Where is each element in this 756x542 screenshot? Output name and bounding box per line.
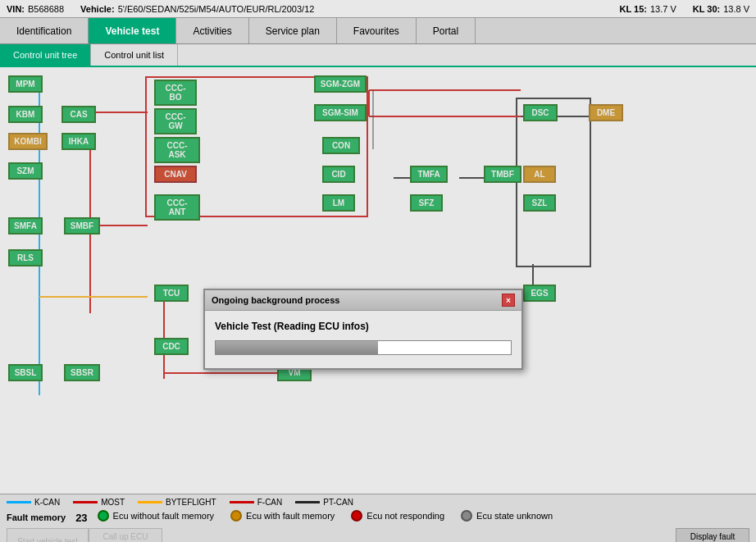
dialog-close-button[interactable]: × bbox=[502, 294, 515, 307]
legend-no-fault: Ecu without fault memory bbox=[98, 510, 215, 522]
dialog-title: Ongoing background process bbox=[212, 295, 339, 305]
tab-activities[interactable]: Activities bbox=[176, 18, 248, 43]
vehicle-value: 5'/E60/SEDAN/525i/M54/AUTO/EUR/RL/2003/1… bbox=[118, 4, 315, 14]
pt-can-line bbox=[295, 501, 320, 503]
dialog-body-title: Vehicle Test (Reading ECU infos) bbox=[215, 321, 512, 332]
tab-service-plan[interactable]: Service plan bbox=[249, 18, 337, 43]
progress-bar bbox=[215, 340, 512, 355]
dialog-title-bar: Ongoing background process × bbox=[205, 290, 521, 311]
subtab-control-unit-list[interactable]: Control unit list bbox=[91, 44, 178, 66]
subtab-control-unit-tree[interactable]: Control unit tree bbox=[0, 44, 91, 66]
legend-line: K-CAN MOST BYTEFLIGHT F-CAN PT-CAN bbox=[7, 498, 749, 507]
legend-byteflight: BYTEFLIGHT bbox=[138, 498, 216, 507]
display-fault-memory-button[interactable]: Display faultmemory bbox=[676, 528, 749, 542]
tab-vehicle-test[interactable]: Vehicle test bbox=[89, 18, 176, 43]
kl15-label: KL 15: bbox=[620, 4, 647, 14]
f-can-line bbox=[230, 501, 254, 503]
with-fault-dot bbox=[230, 510, 242, 522]
k-can-line bbox=[7, 501, 31, 503]
fault-memory-count: 23 bbox=[75, 512, 87, 524]
tab-identification[interactable]: Identification bbox=[0, 18, 89, 43]
legend-not-responding: Ecu not responding bbox=[351, 510, 444, 522]
kl30-label: KL 30: bbox=[693, 4, 720, 14]
legend-k-can: K-CAN bbox=[7, 498, 60, 507]
fault-memory-label: Fault memory bbox=[7, 512, 66, 522]
bottom-area: K-CAN MOST BYTEFLIGHT F-CAN PT-CAN Fault… bbox=[0, 494, 756, 542]
kl30-value: 13.8 V bbox=[723, 4, 749, 14]
no-fault-dot bbox=[98, 510, 109, 522]
dialog-body: Vehicle Test (Reading ECU infos) bbox=[205, 311, 521, 368]
start-vehicle-test-button[interactable]: Start vehicle test bbox=[7, 528, 89, 542]
nav-tabs: Identification Vehicle test Activities S… bbox=[0, 18, 756, 44]
main-content: MPM KBM KOMBI SZM SMFA RLS SBSL SBSR CAS… bbox=[0, 67, 756, 494]
vehicle-label: Vehicle: bbox=[80, 4, 115, 14]
vin-value: B568688 bbox=[28, 4, 64, 14]
fault-legend: Ecu without fault memory Ecu with fault … bbox=[98, 510, 553, 522]
tab-portal[interactable]: Portal bbox=[417, 18, 476, 43]
not-responding-dot bbox=[351, 510, 362, 522]
legend-pt-can: PT-CAN bbox=[295, 498, 353, 507]
legend-f-can: F-CAN bbox=[230, 498, 283, 507]
bottom-buttons: Start vehicle test Call up ECUfunctions … bbox=[7, 528, 749, 542]
sub-tabs: Control unit tree Control unit list bbox=[0, 44, 756, 67]
dialog-overlay: Ongoing background process × Vehicle Tes… bbox=[0, 67, 756, 494]
legend-most: MOST bbox=[73, 498, 125, 507]
state-unknown-dot bbox=[461, 510, 472, 522]
dialog: Ongoing background process × Vehicle Tes… bbox=[203, 289, 523, 370]
vin-label: VIN: bbox=[7, 4, 25, 14]
legend-with-fault: Ecu with fault memory bbox=[230, 510, 335, 522]
kl15-value: 13.7 V bbox=[650, 4, 676, 14]
legend-state-unknown: Ecu state unknown bbox=[461, 510, 553, 522]
progress-bar-fill bbox=[216, 341, 378, 354]
most-line bbox=[73, 501, 98, 503]
byteflight-line bbox=[138, 501, 162, 503]
call-up-ecu-functions-button[interactable]: Call up ECUfunctions bbox=[89, 528, 162, 542]
tab-favourites[interactable]: Favourites bbox=[337, 18, 417, 43]
status-bar: VIN: B568688 Vehicle: 5'/E60/SEDAN/525i/… bbox=[0, 0, 756, 18]
